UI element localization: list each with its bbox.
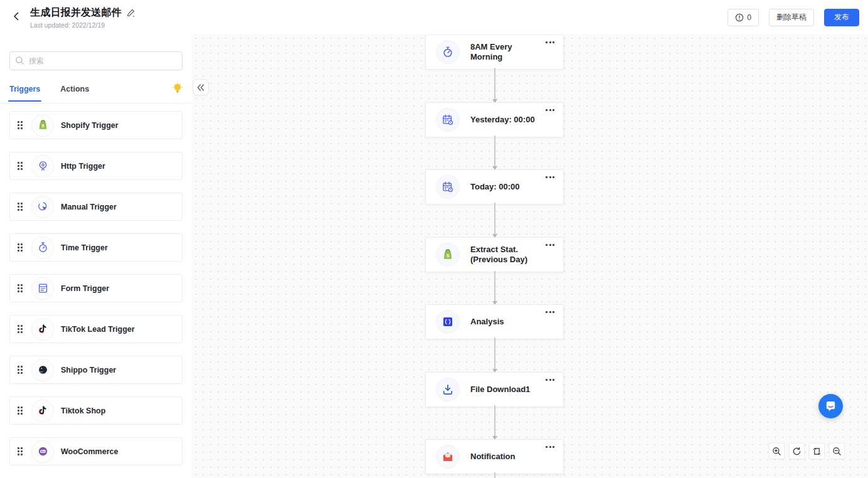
publish-button[interactable]: 发布 xyxy=(824,9,859,26)
error-count-button[interactable]: 0 xyxy=(728,9,759,26)
chat-bubble-icon xyxy=(825,400,837,412)
warning-circle-icon xyxy=(735,13,744,22)
node-more-menu[interactable] xyxy=(544,309,556,315)
node-more-menu[interactable] xyxy=(544,242,556,248)
trigger-item-label: WooCommerce xyxy=(61,447,118,456)
node-label: 8AM Every Morning xyxy=(470,42,544,63)
back-chevron-icon xyxy=(12,12,21,21)
mail-icon xyxy=(436,445,460,469)
drag-handle-icon[interactable] xyxy=(18,284,23,292)
search-icon xyxy=(15,56,24,68)
drag-handle-icon[interactable] xyxy=(18,406,23,415)
drag-handle-icon[interactable] xyxy=(18,447,23,455)
connector-line xyxy=(494,405,495,439)
node-today[interactable]: Today: 00:00 xyxy=(425,169,564,204)
connector-line xyxy=(494,135,495,169)
node-label: Notification xyxy=(470,452,516,462)
trigger-item-label: TikTok Lead Trigger xyxy=(61,325,135,334)
trigger-item-tiktok-shop[interactable]: Tiktok Shop xyxy=(9,396,183,425)
trigger-item-shippo[interactable]: Shippo Trigger xyxy=(9,356,183,384)
trigger-item-label: Shippo Trigger xyxy=(61,366,116,374)
stopwatch-icon xyxy=(31,236,54,259)
node-8am-every-morning[interactable]: 8AM Every Morning xyxy=(425,35,564,70)
workflow-editor: 生成日报并发送邮件 Last updated: 2022/12/19 0 删除草… xyxy=(0,0,868,478)
zoom-out-button[interactable] xyxy=(829,443,845,459)
trigger-item-http[interactable]: Http Trigger xyxy=(9,152,183,180)
drag-handle-icon[interactable] xyxy=(18,121,23,129)
shopify-icon: S xyxy=(31,114,54,137)
reset-icon xyxy=(792,447,802,456)
tab-triggers[interactable]: Triggers xyxy=(9,85,40,101)
drag-handle-icon[interactable] xyxy=(18,325,23,333)
svg-text:S: S xyxy=(41,124,45,128)
zoom-in-button[interactable] xyxy=(769,443,785,459)
collapse-sidebar-button[interactable] xyxy=(193,79,209,95)
fit-view-button[interactable] xyxy=(809,443,825,459)
download-icon xyxy=(436,378,460,401)
trigger-item-label: Time Trigger xyxy=(61,243,108,252)
edit-pencil-icon[interactable] xyxy=(127,9,135,17)
trigger-list: S Shopify Trigger Http Trigger Manual Tr… xyxy=(0,104,192,478)
node-label: File Download1 xyxy=(470,385,530,395)
reset-view-button[interactable] xyxy=(789,443,805,459)
connector-line xyxy=(494,271,495,304)
node-file-download[interactable]: File Download1 xyxy=(425,372,564,407)
search-wrap xyxy=(9,51,183,70)
header-left: 生成日报并发送邮件 Last updated: 2022/12/19 xyxy=(9,6,135,29)
node-more-menu[interactable] xyxy=(544,174,556,180)
node-label: Today: 00:00 xyxy=(470,182,520,192)
trigger-item-tiktok-lead[interactable]: TikTok Lead Trigger xyxy=(9,315,183,343)
header-right: 0 删除草稿 发布 xyxy=(728,9,859,26)
connector-line xyxy=(494,68,495,102)
code-icon xyxy=(436,310,460,334)
tiktok-icon xyxy=(31,400,54,422)
node-extract-stat[interactable]: S Extract Stat. (Previous Day) xyxy=(425,237,564,272)
trigger-item-woocommerce[interactable]: Woo WooCommerce xyxy=(9,437,183,465)
calendar-clock-icon xyxy=(436,175,460,199)
trigger-item-label: Manual Trigger xyxy=(61,203,117,211)
shippo-icon xyxy=(31,359,54,381)
trigger-item-form[interactable]: Form Trigger xyxy=(9,274,183,302)
zoom-in-icon xyxy=(772,447,781,456)
node-more-menu[interactable] xyxy=(544,444,556,450)
stopwatch-icon xyxy=(436,40,460,64)
woocommerce-icon: Woo xyxy=(31,440,54,463)
page-title: 生成日报并发送邮件 xyxy=(30,6,122,19)
node-more-menu[interactable] xyxy=(544,377,556,383)
node-analysis[interactable]: Analysis xyxy=(425,304,564,339)
workflow-canvas[interactable]: 8AM Every Morning Yesterday: 00:00 Today… xyxy=(192,35,868,478)
connector-line xyxy=(494,472,495,478)
back-button[interactable] xyxy=(9,9,24,24)
delete-draft-button[interactable]: 删除草稿 xyxy=(769,9,814,26)
trigger-item-shopify[interactable]: S Shopify Trigger xyxy=(9,111,183,139)
title-block: 生成日报并发送邮件 Last updated: 2022/12/19 xyxy=(30,6,135,29)
node-more-menu[interactable] xyxy=(544,107,556,113)
calendar-clock-icon xyxy=(436,108,460,132)
double-chevron-left-icon xyxy=(197,84,204,91)
http-icon xyxy=(31,155,54,178)
drag-handle-icon[interactable] xyxy=(18,203,23,211)
node-yesterday[interactable]: Yesterday: 00:00 xyxy=(425,102,564,137)
node-label: Analysis xyxy=(470,317,504,327)
node-notification[interactable]: Notification xyxy=(425,439,564,474)
trigger-item-manual[interactable]: Manual Trigger xyxy=(9,193,183,221)
trigger-item-time[interactable]: Time Trigger xyxy=(9,233,183,262)
drag-handle-icon[interactable] xyxy=(18,243,23,252)
connector-line xyxy=(494,203,495,237)
chat-launcher-button[interactable] xyxy=(818,394,843,418)
tiktok-icon xyxy=(31,318,54,341)
node-label: Yesterday: 00:00 xyxy=(470,115,535,125)
tab-actions[interactable]: Actions xyxy=(60,85,89,101)
sidebar: Triggers Actions S Shopify Trigger Http … xyxy=(0,35,192,478)
search-input[interactable] xyxy=(9,51,183,70)
node-more-menu[interactable] xyxy=(544,40,556,45)
lightbulb-icon[interactable] xyxy=(172,83,183,103)
trigger-item-label: Tiktok Shop xyxy=(61,406,105,415)
error-count: 0 xyxy=(747,13,751,22)
fit-view-icon xyxy=(812,447,822,456)
drag-handle-icon[interactable] xyxy=(18,162,23,170)
node-label: Extract Stat. (Previous Day) xyxy=(470,245,544,265)
header: 生成日报并发送邮件 Last updated: 2022/12/19 0 删除草… xyxy=(0,0,868,35)
drag-handle-icon[interactable] xyxy=(18,366,23,374)
svg-text:S: S xyxy=(447,253,450,258)
